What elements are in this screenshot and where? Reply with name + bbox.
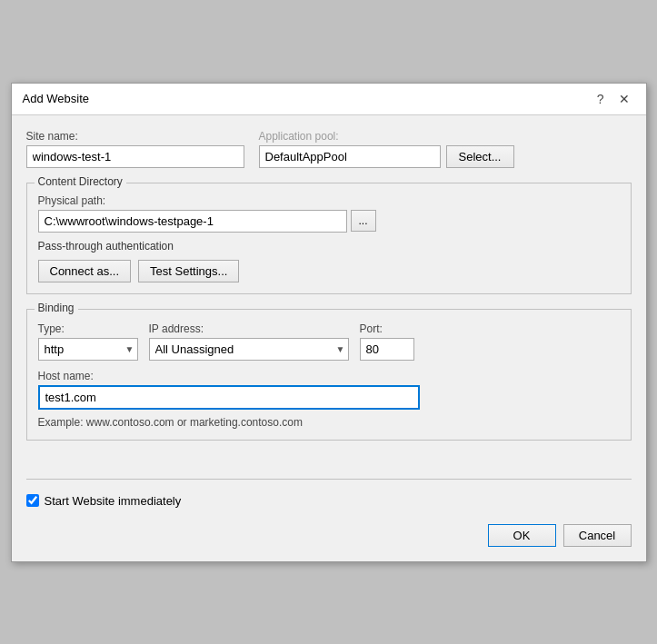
cancel-button[interactable]: Cancel bbox=[563, 524, 632, 547]
app-pool-label: Application pool: bbox=[259, 130, 514, 143]
physical-path-label: Physical path: bbox=[38, 194, 620, 207]
type-group: Type: http https ▼ bbox=[38, 322, 138, 361]
pass-through-label: Pass-through authentication bbox=[38, 240, 620, 253]
ok-button[interactable]: OK bbox=[488, 524, 556, 547]
start-website-checkbox[interactable] bbox=[26, 494, 39, 507]
title-bar: Add Website ? ✕ bbox=[12, 84, 646, 115]
port-input[interactable] bbox=[360, 338, 414, 361]
connect-row: Connect as... Test Settings... bbox=[38, 260, 620, 282]
type-select-wrapper: http https ▼ bbox=[38, 338, 138, 361]
ip-select-wrapper: All Unassigned ▼ bbox=[149, 338, 349, 361]
divider bbox=[26, 479, 632, 480]
binding-row: Type: http https ▼ IP address: All U bbox=[38, 322, 620, 361]
site-name-input[interactable] bbox=[26, 145, 244, 168]
title-bar-controls: ? ✕ bbox=[592, 91, 635, 107]
binding-group: Binding Type: http https ▼ IP address: bbox=[26, 309, 632, 441]
host-name-input[interactable] bbox=[38, 385, 420, 410]
binding-title: Binding bbox=[35, 302, 78, 314]
content-directory-title: Content Directory bbox=[35, 175, 126, 188]
ip-group: IP address: All Unassigned ▼ bbox=[149, 322, 349, 361]
site-app-row: Site name: Application pool: Select... bbox=[26, 130, 632, 168]
start-website-row: Start Website immediately bbox=[26, 494, 632, 508]
physical-path-row: ... bbox=[38, 210, 620, 233]
type-select[interactable]: http https bbox=[38, 338, 138, 361]
site-name-group: Site name: bbox=[26, 130, 244, 168]
add-website-dialog: Add Website ? ✕ Site name: Application p… bbox=[11, 83, 647, 562]
host-name-label: Host name: bbox=[38, 370, 620, 382]
site-name-label: Site name: bbox=[26, 130, 244, 143]
ip-select[interactable]: All Unassigned bbox=[149, 338, 349, 361]
help-button[interactable]: ? bbox=[592, 91, 610, 107]
start-website-label[interactable]: Start Website immediately bbox=[45, 494, 182, 508]
type-label: Type: bbox=[38, 322, 138, 335]
content-directory-group: Content Directory Physical path: ... Pas… bbox=[26, 183, 632, 294]
port-group: Port: bbox=[360, 322, 414, 361]
dialog-footer: OK Cancel bbox=[12, 517, 646, 561]
ip-label: IP address: bbox=[149, 322, 349, 335]
app-pool-input[interactable] bbox=[259, 145, 441, 168]
physical-path-group: Physical path: ... bbox=[38, 194, 620, 233]
browse-button[interactable]: ... bbox=[351, 210, 376, 232]
host-name-group: Host name: Example: www.contoso.com or m… bbox=[38, 370, 620, 429]
select-app-pool-button[interactable]: Select... bbox=[446, 145, 514, 168]
app-pool-group: Application pool: Select... bbox=[259, 130, 514, 168]
port-label: Port: bbox=[360, 322, 414, 335]
physical-path-input[interactable] bbox=[38, 210, 347, 233]
dialog-body: Site name: Application pool: Select... C… bbox=[12, 115, 646, 466]
dialog-title: Add Website bbox=[23, 92, 89, 105]
close-button[interactable]: ✕ bbox=[613, 91, 635, 107]
bottom-section: Start Website immediately bbox=[12, 466, 646, 517]
example-text: Example: www.contoso.com or marketing.co… bbox=[38, 416, 620, 429]
connect-as-button[interactable]: Connect as... bbox=[38, 260, 132, 282]
test-settings-button[interactable]: Test Settings... bbox=[138, 260, 239, 282]
